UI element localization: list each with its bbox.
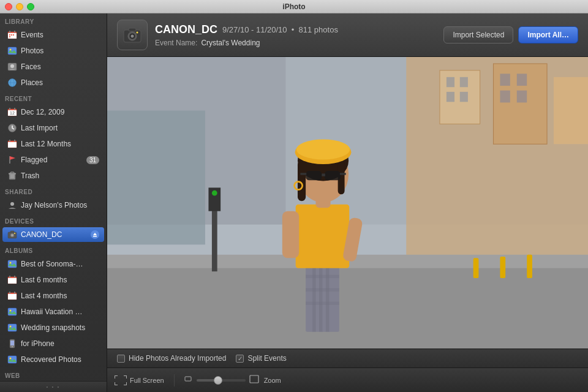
fullscreen-icon bbox=[115, 375, 127, 385]
trash-icon bbox=[7, 171, 17, 181]
sidebar-item-last4months[interactable]: Last 4 months bbox=[2, 288, 104, 303]
svg-rect-56 bbox=[8, 356, 17, 363]
hide-photos-checkbox-item[interactable]: Hide Photos Already Imported bbox=[117, 354, 226, 363]
fs-top-row bbox=[115, 375, 127, 379]
close-button[interactable] bbox=[5, 3, 12, 10]
flagged-badge: 31 bbox=[86, 156, 99, 164]
eject-button[interactable] bbox=[91, 230, 99, 239]
svg-rect-107 bbox=[322, 173, 325, 176]
import-all-button[interactable]: Import All… bbox=[518, 26, 578, 43]
sidebar-item-best-sonoma[interactable]: Best of Sonoma-… bbox=[2, 257, 104, 271]
camera-icon-container bbox=[117, 20, 148, 50]
app-container: LIBRARY Events Photos Faces Places bbox=[0, 13, 588, 392]
svg-rect-8 bbox=[8, 47, 17, 55]
svg-rect-74 bbox=[500, 74, 510, 86]
svg-point-63 bbox=[137, 32, 138, 34]
device-info: CANON_DC 9/27/10 - 11/20/10 • 811 photos… bbox=[155, 23, 436, 47]
svg-rect-22 bbox=[8, 142, 17, 148]
svg-point-84 bbox=[212, 190, 217, 196]
event-value: Crystal's Wedding bbox=[201, 39, 260, 47]
date-range: 9/27/10 - 11/20/10 bbox=[222, 25, 287, 34]
last6months-icon bbox=[7, 275, 17, 285]
import-buttons: Import Selected Import All… bbox=[443, 26, 578, 43]
last12months-label: Last 12 Months bbox=[21, 140, 99, 148]
best-sonoma-label: Best of Sonoma-… bbox=[21, 260, 99, 268]
devices-section-header: DEVICES bbox=[0, 213, 107, 227]
sidebar-item-jay-nelson[interactable]: Jay Nelson's Photos bbox=[2, 198, 104, 213]
svg-point-31 bbox=[10, 202, 14, 206]
zoom-thumb[interactable] bbox=[214, 376, 222, 385]
sidebar-item-for-iphone[interactable]: for iPhone bbox=[2, 336, 104, 351]
sidebar-item-recovered[interactable]: Recovered Photos bbox=[2, 352, 104, 367]
sidebar-item-dec2009[interactable]: 12 Dec 12, 2009 bbox=[2, 105, 104, 119]
photos-icon bbox=[7, 46, 17, 56]
photo-display bbox=[107, 57, 588, 349]
divider bbox=[174, 374, 175, 386]
svg-rect-49 bbox=[8, 308, 17, 315]
event-label: Event Name: bbox=[155, 39, 197, 47]
svg-rect-4 bbox=[13, 34, 14, 36]
split-events-checkbox-item[interactable]: ✓ Split Events bbox=[236, 354, 286, 363]
zoom-in-icon[interactable] bbox=[249, 375, 260, 385]
hide-photos-checkbox[interactable] bbox=[117, 355, 125, 363]
maximize-button[interactable] bbox=[27, 3, 34, 10]
svg-text:12: 12 bbox=[10, 111, 15, 115]
camera-icon bbox=[123, 25, 142, 45]
events-label: Events bbox=[21, 31, 99, 39]
device-name-row: CANON_DC 9/27/10 - 11/20/10 • 811 photos bbox=[155, 23, 436, 36]
sidebar-item-events[interactable]: Events bbox=[2, 28, 104, 42]
faces-icon bbox=[7, 62, 17, 72]
svg-point-35 bbox=[12, 235, 13, 236]
checkmark-icon: ✓ bbox=[238, 355, 243, 362]
zoom-out-icon[interactable] bbox=[184, 375, 193, 385]
svg-rect-69 bbox=[554, 77, 588, 144]
sidebar-item-photos[interactable]: Photos bbox=[2, 43, 104, 58]
main-content: CANON_DC 9/27/10 - 11/20/10 • 811 photos… bbox=[107, 13, 588, 392]
fullscreen-button[interactable]: Full Screen bbox=[115, 375, 164, 385]
svg-marker-37 bbox=[93, 233, 97, 235]
traffic-lights bbox=[5, 3, 34, 10]
svg-rect-72 bbox=[447, 92, 454, 102]
flagged-label: Flagged bbox=[21, 156, 83, 164]
sidebar-resize-handle[interactable]: • • • bbox=[0, 381, 107, 392]
sidebar-item-last12months[interactable]: Last 12 Months bbox=[2, 137, 104, 151]
sidebar-item-places[interactable]: Places bbox=[2, 75, 104, 90]
minimize-button[interactable] bbox=[16, 3, 23, 10]
sidebar-item-last6months[interactable]: Last 6 months bbox=[2, 273, 104, 287]
device-dates: 9/27/10 - 11/20/10 • 811 photos bbox=[222, 25, 338, 34]
sidebar-item-canon-dc[interactable]: CANON_DC bbox=[2, 227, 104, 242]
for-iphone-icon bbox=[7, 339, 17, 349]
svg-rect-94 bbox=[306, 301, 339, 304]
last-import-label: Last Import bbox=[21, 124, 99, 132]
zoom-slider[interactable] bbox=[197, 379, 246, 382]
photos-label: Photos bbox=[21, 47, 99, 55]
svg-rect-75 bbox=[517, 74, 527, 86]
svg-rect-106 bbox=[325, 171, 341, 180]
events-icon bbox=[7, 30, 17, 40]
svg-rect-59 bbox=[129, 28, 136, 31]
sidebar-item-wedding-snapshots[interactable]: Wedding snapshots bbox=[2, 320, 104, 335]
sidebar-item-hawaii[interactable]: Hawaii Vacation … bbox=[2, 304, 104, 319]
hawaii-label: Hawaii Vacation … bbox=[21, 307, 99, 316]
svg-rect-39 bbox=[8, 260, 17, 268]
svg-rect-108 bbox=[300, 173, 306, 175]
sidebar-item-last-import[interactable]: Last Import bbox=[2, 121, 104, 135]
sidebar-item-trash[interactable]: Trash bbox=[2, 168, 104, 183]
svg-rect-3 bbox=[11, 34, 12, 36]
split-events-label: Split Events bbox=[247, 354, 286, 363]
for-iphone-label: for iPhone bbox=[21, 339, 99, 348]
sidebar-item-faces[interactable]: Faces bbox=[2, 59, 104, 74]
photo-count: 811 photos bbox=[299, 25, 338, 34]
sidebar: LIBRARY Events Photos Faces Places bbox=[0, 13, 107, 392]
sidebar-item-flagged[interactable]: Flagged 31 bbox=[2, 153, 104, 167]
svg-rect-86 bbox=[500, 257, 505, 278]
import-selected-button[interactable]: Import Selected bbox=[443, 26, 513, 43]
svg-rect-113 bbox=[185, 377, 191, 381]
fullscreen-label: Full Screen bbox=[130, 377, 164, 384]
canon-dc-label: CANON_DC bbox=[21, 230, 87, 239]
svg-rect-105 bbox=[306, 171, 322, 180]
svg-point-36 bbox=[14, 233, 15, 234]
split-events-checkbox[interactable]: ✓ bbox=[236, 355, 244, 363]
wedding-snapshots-label: Wedding snapshots bbox=[21, 323, 99, 332]
bottom-toolbar: Hide Photos Already Imported ✓ Split Eve… bbox=[107, 349, 588, 368]
